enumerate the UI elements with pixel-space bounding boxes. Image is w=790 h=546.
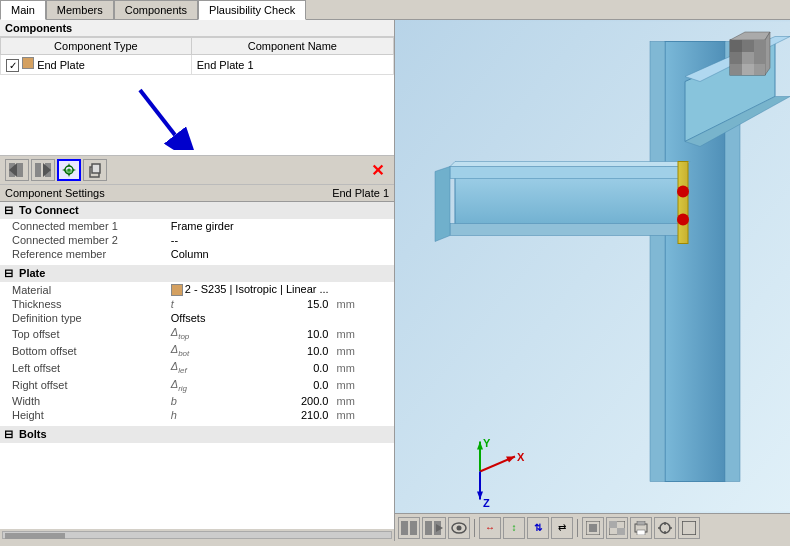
collapse-icon: ⊟ xyxy=(4,204,13,216)
symbol-right-offset: Δrig xyxy=(167,377,238,394)
value-width: 200.0 xyxy=(238,394,333,408)
svg-rect-64 xyxy=(617,528,625,535)
col-header-type: Component Type xyxy=(1,38,192,55)
svg-point-10 xyxy=(66,169,72,173)
navigation-cube[interactable] xyxy=(720,30,780,90)
svg-rect-66 xyxy=(637,521,645,525)
label-right-offset: Right offset xyxy=(0,377,167,394)
svg-rect-3 xyxy=(17,163,23,177)
arrow-area xyxy=(0,75,394,155)
group-bolts[interactable]: ⊟ Bolts xyxy=(0,426,394,443)
value-material: 2 - S235 | Isotropic | Linear ... xyxy=(167,282,394,297)
label-reference-member: Reference member xyxy=(0,247,167,261)
svg-line-1 xyxy=(140,90,175,135)
group-to-connect[interactable]: ⊟ To Connect xyxy=(0,202,394,219)
axis-y-btn[interactable]: ↕ xyxy=(503,517,525,539)
svg-point-59 xyxy=(457,525,462,530)
prop-right-offset: Right offset Δrig 0.0 mm xyxy=(0,377,394,394)
settings-header-label: Component Settings xyxy=(5,187,105,199)
label-material: Material xyxy=(0,282,167,297)
separator-2 xyxy=(577,519,578,537)
fullscreen-btn[interactable] xyxy=(678,517,700,539)
move-left-button[interactable] xyxy=(5,159,29,181)
svg-rect-18 xyxy=(450,167,685,179)
value-thickness: 15.0 xyxy=(238,297,333,311)
tab-plausibility[interactable]: Plausibility Check xyxy=(198,0,306,20)
components-header: Components xyxy=(0,20,394,37)
render-btn-2[interactable] xyxy=(606,517,628,539)
prop-connected-member-1: Connected member 1 Frame girder xyxy=(0,219,394,233)
table-row[interactable]: ✓ End Plate End Plate 1 xyxy=(1,55,394,75)
separator-1 xyxy=(474,519,475,537)
svg-marker-20 xyxy=(435,167,450,242)
svg-point-24 xyxy=(677,214,689,226)
svg-rect-54 xyxy=(410,521,417,535)
view-btn-2[interactable] xyxy=(422,517,446,539)
render-btn-1[interactable] xyxy=(582,517,604,539)
axis-z-btn[interactable]: ⇅ xyxy=(527,517,549,539)
symbol-bottom-offset: Δbot xyxy=(167,342,238,359)
collapse-icon-bolts: ⊟ xyxy=(4,428,13,440)
value-bottom-offset: 10.0 xyxy=(238,342,333,359)
move-right-button[interactable] xyxy=(31,159,55,181)
settings-view-btn[interactable] xyxy=(654,517,676,539)
symbol-width: b xyxy=(167,394,238,408)
svg-rect-19 xyxy=(450,224,685,236)
svg-rect-51 xyxy=(742,64,754,75)
svg-rect-63 xyxy=(609,521,617,528)
symbol-thickness: t xyxy=(167,297,238,311)
label-thickness: Thickness xyxy=(0,297,167,311)
material-color-box xyxy=(171,284,183,296)
svg-rect-73 xyxy=(682,521,696,535)
prop-top-offset: Top offset Δtop 10.0 mm xyxy=(0,325,394,342)
value-top-offset: 10.0 xyxy=(238,325,333,342)
prop-connected-member-2: Connected member 2 -- xyxy=(0,233,394,247)
unit-thickness: mm xyxy=(332,297,394,311)
svg-rect-5 xyxy=(35,163,41,177)
tab-bar: Main Members Components Plausibility Che… xyxy=(0,0,790,20)
prop-bottom-offset: Bottom offset Δbot 10.0 mm xyxy=(0,342,394,359)
tab-components[interactable]: Components xyxy=(114,0,198,19)
label-height: Height xyxy=(0,408,167,422)
svg-text:X: X xyxy=(517,451,525,463)
svg-text:Y: Y xyxy=(483,437,491,449)
svg-rect-61 xyxy=(589,524,597,532)
value-connected-member-1: Frame girder xyxy=(167,219,333,233)
delete-button[interactable]: ✕ xyxy=(365,159,389,181)
component-type-cell: ✓ End Plate xyxy=(1,55,192,75)
unit-height: mm xyxy=(332,408,394,422)
svg-marker-21 xyxy=(450,162,690,167)
axis-z2-btn[interactable]: ⇄ xyxy=(551,517,573,539)
3d-viewport[interactable]: Y X Z xyxy=(395,20,790,541)
edit-settings-button[interactable] xyxy=(57,159,81,181)
svg-point-23 xyxy=(677,186,689,198)
value-definition-type: Offsets xyxy=(167,311,333,325)
unit-left-offset: mm xyxy=(332,359,394,376)
print-btn[interactable] xyxy=(630,517,652,539)
svg-rect-22 xyxy=(678,162,688,244)
blue-arrow-indicator xyxy=(120,80,200,150)
value-height: 210.0 xyxy=(238,408,333,422)
component-checkbox[interactable]: ✓ xyxy=(6,59,19,72)
svg-text:Z: Z xyxy=(483,497,490,509)
prop-definition-type: Definition type Offsets xyxy=(0,311,394,325)
symbol-height: h xyxy=(167,408,238,422)
axis-x-btn[interactable]: ↔ xyxy=(479,517,501,539)
view-btn-1[interactable] xyxy=(398,517,420,539)
settings-content[interactable]: ⊟ To Connect Connected member 1 Frame gi… xyxy=(0,202,394,529)
group-plate[interactable]: ⊟ Plate xyxy=(0,265,394,282)
svg-rect-67 xyxy=(637,530,645,535)
prop-left-offset: Left offset Δlef 0.0 mm xyxy=(0,359,394,376)
value-connected-member-2: -- xyxy=(167,233,333,247)
unit-top-offset: mm xyxy=(332,325,394,342)
tab-members[interactable]: Members xyxy=(46,0,114,19)
left-panel: Components Component Type Component Name… xyxy=(0,20,395,541)
value-left-offset: 0.0 xyxy=(238,359,333,376)
horizontal-scrollbar[interactable] xyxy=(0,529,394,541)
copy-button[interactable] xyxy=(83,159,107,181)
tab-main[interactable]: Main xyxy=(0,0,46,20)
svg-rect-46 xyxy=(754,40,765,52)
3d-scene-svg: Y X Z xyxy=(395,20,790,541)
view-btn-eye[interactable] xyxy=(448,517,470,539)
settings-table: ⊟ To Connect Connected member 1 Frame gi… xyxy=(0,202,394,443)
